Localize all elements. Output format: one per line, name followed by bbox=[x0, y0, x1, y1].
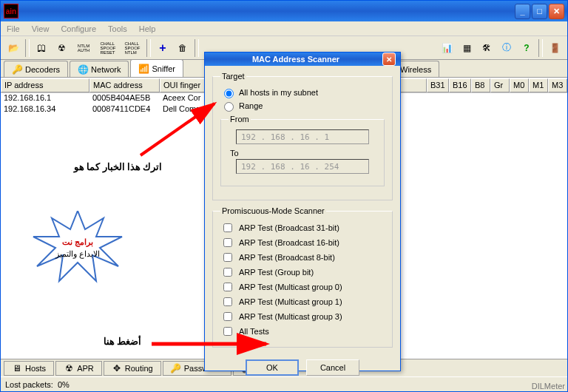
chk-arp-b31[interactable]: ARP Test (Broadcast 31-bit) bbox=[220, 221, 385, 234]
btab-apr[interactable]: ☢APR bbox=[55, 361, 102, 376]
tab-network[interactable]: 🌐Network bbox=[70, 61, 129, 77]
col-b8[interactable]: B8 bbox=[471, 78, 490, 92]
menu-view[interactable]: View bbox=[32, 24, 50, 33]
radiation-icon[interactable]: ☢ bbox=[52, 38, 71, 58]
callout-starburst: برامج نت الابداع والتميز bbox=[30, 211, 126, 285]
cancel-button[interactable]: Cancel bbox=[306, 359, 359, 376]
titlebar: ain _ □ ✕ bbox=[1, 1, 567, 21]
target-legend: Target bbox=[220, 72, 246, 81]
delete-icon[interactable]: 🗑 bbox=[173, 38, 192, 58]
chk-arp-b8[interactable]: ARP Test (Broadcast 8-bit) bbox=[220, 251, 385, 264]
menu-file[interactable]: File bbox=[7, 24, 20, 33]
chk-arp-mc3[interactable]: ARP Test (Multicast group 3) bbox=[220, 310, 385, 323]
minimize-button[interactable]: _ bbox=[515, 4, 530, 19]
callout-brand1: برامج نت bbox=[30, 237, 126, 247]
chk-arp-mc0[interactable]: ARP Test (Multicast group 0) bbox=[220, 280, 385, 294]
chall-reset-button[interactable]: CHALLSPOOFRESET bbox=[96, 38, 120, 58]
status-lost-value: 0% bbox=[58, 380, 70, 389]
menu-configure[interactable]: Configure bbox=[61, 24, 96, 33]
col-m3[interactable]: M3 bbox=[548, 78, 567, 92]
col-b16[interactable]: B16 bbox=[449, 78, 471, 92]
menu-bar: File View Configure Tools Help bbox=[1, 21, 567, 36]
dialog-titlebar: MAC Address Scanner ✕ bbox=[205, 53, 400, 66]
tab-sniffer[interactable]: 📶Sniffer bbox=[130, 59, 183, 77]
menu-tools[interactable]: Tools bbox=[108, 24, 127, 33]
promisc-legend: Promiscuous-Mode Scanner bbox=[220, 206, 326, 215]
maximize-button[interactable]: □ bbox=[532, 4, 547, 19]
exit-icon[interactable]: 🚪 bbox=[545, 38, 564, 58]
radio-range[interactable]: Range bbox=[220, 100, 385, 112]
about-icon[interactable]: ? bbox=[517, 38, 536, 58]
chk-arp-mc1[interactable]: ARP Test (Multicast group 1) bbox=[220, 295, 385, 308]
scan-icon[interactable]: 🕮 bbox=[32, 38, 51, 58]
dialog-close-button[interactable]: ✕ bbox=[382, 53, 396, 66]
dialog-title: MAC Address Scanner bbox=[209, 55, 382, 64]
radiation-icon: ☢ bbox=[64, 363, 74, 374]
close-button[interactable]: ✕ bbox=[549, 4, 564, 19]
from-label: From bbox=[229, 115, 251, 124]
key-icon: 🔑 bbox=[12, 64, 22, 75]
col-m0[interactable]: M0 bbox=[510, 78, 529, 92]
chk-arp-group[interactable]: ARP Test (Group bit) bbox=[220, 266, 385, 279]
annotation-leave: اترك هذا الخبار كما هو bbox=[74, 161, 162, 173]
col-oui[interactable]: OUI finger bbox=[160, 78, 208, 92]
key-icon: 🔑 bbox=[171, 363, 181, 374]
dumeter-label: DILMeter bbox=[532, 382, 565, 391]
callout-brand2: الابداع والتميز bbox=[30, 249, 126, 259]
status-lost-label: Lost packets: bbox=[5, 380, 53, 389]
ip-to-input[interactable]: 192 . 168 . 16 . 254 bbox=[236, 159, 369, 174]
target-group: Target All hosts in my subnet Range From… bbox=[212, 72, 393, 200]
chk-all-tests[interactable]: All Tests bbox=[220, 325, 385, 338]
menu-help[interactable]: Help bbox=[139, 24, 156, 33]
col-b31[interactable]: B31 bbox=[427, 78, 449, 92]
ntlm-auth-button[interactable]: NTLMAUTH bbox=[72, 38, 95, 58]
col-gr[interactable]: Gr bbox=[490, 78, 510, 92]
chart-icon[interactable]: 📊 bbox=[437, 38, 456, 58]
mac-scanner-dialog: MAC Address Scanner ✕ Target All hosts i… bbox=[204, 52, 401, 371]
help-icon[interactable]: ⓘ bbox=[497, 38, 516, 58]
btab-hosts[interactable]: 🖥Hosts bbox=[4, 361, 54, 376]
chk-arp-b16[interactable]: ARP Test (Broadcast 16-bit) bbox=[220, 236, 385, 249]
to-label: To bbox=[230, 149, 376, 158]
table-icon[interactable]: ▦ bbox=[457, 38, 476, 58]
routing-icon: ✥ bbox=[112, 363, 122, 374]
chall-ntlm-button[interactable]: CHALLSPOOFNTLM bbox=[121, 38, 144, 58]
btab-routing[interactable]: ✥Routing bbox=[104, 361, 161, 376]
tab-decoders[interactable]: 🔑Decoders bbox=[4, 61, 68, 77]
sniffer-icon: 📶 bbox=[138, 64, 149, 74]
promisc-group: Promiscuous-Mode Scanner ARP Test (Broad… bbox=[212, 206, 393, 348]
ok-button[interactable]: OK bbox=[246, 359, 299, 376]
globe-icon: 🌐 bbox=[78, 64, 88, 75]
add-icon[interactable]: + bbox=[153, 38, 172, 58]
radio-all-hosts[interactable]: All hosts in my subnet bbox=[220, 87, 385, 98]
tools-icon[interactable]: 🛠 bbox=[477, 38, 496, 58]
host-icon: 🖥 bbox=[12, 363, 22, 374]
annotation-press: أضغط هنا bbox=[104, 336, 141, 348]
col-ip[interactable]: IP address bbox=[1, 78, 89, 92]
col-m1[interactable]: M1 bbox=[529, 78, 548, 92]
app-logo: ain bbox=[4, 4, 18, 18]
ip-from-input[interactable]: 192 . 168 . 16 . 1 bbox=[236, 129, 369, 144]
col-mac[interactable]: MAC address bbox=[89, 78, 160, 92]
open-icon[interactable]: 📂 bbox=[4, 38, 23, 58]
